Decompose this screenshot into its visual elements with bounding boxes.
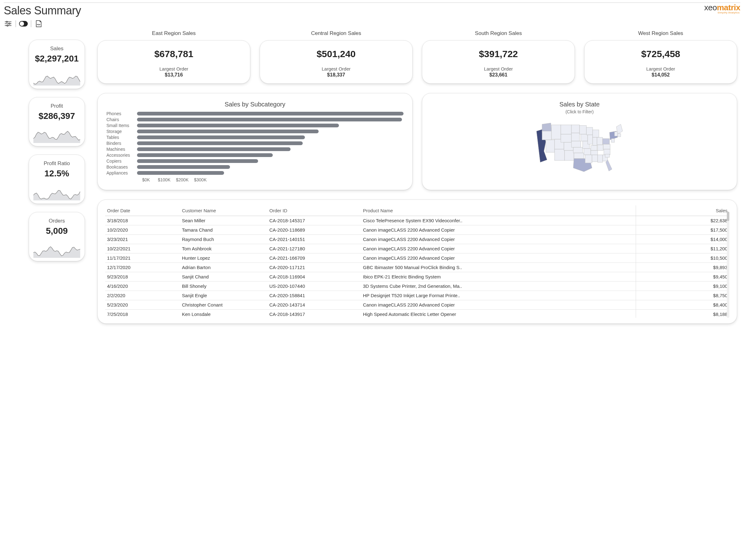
state-wv[interactable] [598,145,603,150]
th-order-id[interactable]: Order ID [267,206,361,216]
cell-sales: $9,450 [636,272,729,282]
cell-customer: Ken Lonsdale [180,310,267,318]
bar-row[interactable]: Appliances [106,171,404,176]
bar-row[interactable]: Bookcases [106,164,404,170]
chart-subtitle: (Click to Filter) [431,109,728,114]
table-row[interactable]: 11/17/2021 Hunter Lopez CA-2021-166709 C… [105,254,729,263]
state-or[interactable] [542,131,552,140]
kpi-card-sales[interactable]: Sales $2,297,201 [29,40,85,89]
sales-by-state-card[interactable]: Sales by State (Click to Filter) [422,93,737,190]
toolbar-separator [15,20,16,27]
region-row: East Region Sales $678,781 Largest Order… [97,30,737,84]
region-card[interactable]: $391,722 Largest Order $23,661 [422,40,575,84]
state-id[interactable] [552,125,561,139]
bar-row[interactable]: Binders [106,141,404,146]
bar-row[interactable]: Copiers [106,158,404,163]
usa-map[interactable] [431,117,728,178]
kpi-card-profit[interactable]: Profit $286,397 [29,97,85,146]
table-row[interactable]: 2/2/2020 Sanjit Engle CA-2020-158841 HP … [105,291,729,300]
table-row[interactable]: 10/2/2020 Tamara Chand CA-2020-118689 Ca… [105,225,729,235]
state-nc[interactable] [604,149,610,155]
region-card[interactable]: $678,781 Largest Order $13,716 [97,40,250,84]
region-card[interactable]: $501,240 Largest Order $18,337 [260,40,413,84]
state-ma[interactable] [618,134,621,137]
bar-row[interactable]: Accessories [106,153,404,158]
region-value: $678,781 [101,49,247,59]
state-wa[interactable] [542,123,552,133]
table-row[interactable]: 12/17/2020 Adrian Barton CA-2020-117121 … [105,263,729,272]
state-az[interactable] [555,149,564,160]
th-customer[interactable]: Customer Name [180,206,267,216]
state-ks[interactable] [573,147,583,153]
state-nv[interactable] [546,140,555,152]
region-sub-label: Largest Order [101,66,247,72]
bar-label: Appliances [106,171,135,176]
state-fl[interactable] [606,160,612,171]
table-row[interactable]: 3/23/2021 Raymond Buch CA-2021-140151 Ca… [105,235,729,244]
svg-point-1 [6,21,7,23]
table-row[interactable]: 3/18/2018 Sean Miller CA-2018-145317 Cis… [105,216,729,225]
state-mi[interactable] [593,130,599,137]
state-ms[interactable] [592,155,598,162]
table-row[interactable]: 5/23/2020 Christopher Conant CA-2020-143… [105,300,729,310]
state-vt[interactable] [615,132,618,136]
sales-by-subcategory-card[interactable]: Sales by Subcategory Phones Chairs Small… [97,93,413,190]
state-ar[interactable] [584,149,591,155]
cell-date: 9/23/2018 [105,272,180,282]
pdf-export-icon[interactable]: PDF [34,20,43,27]
state-pa[interactable] [603,139,609,144]
bar-row[interactable]: Machines [106,147,404,152]
state-wy[interactable] [561,134,571,142]
state-la[interactable] [585,155,592,163]
kpi-label: Profit Ratio [33,160,81,167]
bar-row[interactable]: Chairs [106,117,404,122]
logo: xeomatrix Simplify Analytics [704,3,740,14]
cell-order-id: CA-2020-158841 [267,291,361,300]
cell-sales: $22,638 [636,216,729,225]
state-wi[interactable] [586,127,593,135]
cell-sales: $10,500 [636,254,729,263]
cell-date: 2/2/2020 [105,291,180,300]
table-row[interactable]: 4/16/2020 Bill Shonely US-2020-107440 3D… [105,282,729,291]
kpi-label: Profit [33,103,81,109]
bar-row[interactable]: Phones [106,111,404,116]
logo-part2: matrix [717,3,740,12]
th-sales[interactable]: Sales [636,206,729,216]
bar-row[interactable]: Small Items [106,123,404,128]
state-mn[interactable] [580,125,586,134]
state-in[interactable] [593,137,597,145]
filter-icon[interactable] [4,20,12,27]
table-row[interactable]: 10/22/2021 Tom Ashbrook CA-2021-127180 C… [105,244,729,254]
state-ne[interactable] [571,141,581,147]
th-order-date[interactable]: Order Date [105,206,180,216]
state-sd[interactable] [571,133,580,141]
table-row[interactable]: 7/25/2018 Ken Lonsdale CA-2018-143917 Hi… [105,310,729,318]
table-scrollbar[interactable] [727,212,729,318]
state-va[interactable] [603,144,610,149]
state-ia[interactable] [581,134,588,141]
state-ky[interactable] [591,145,597,150]
region-card[interactable]: $725,458 Largest Order $14,052 [584,40,737,84]
state-mt[interactable] [561,125,571,134]
cell-sales: $8,400 [636,300,729,310]
kpi-card-orders[interactable]: Orders 5,009 [29,212,85,261]
bar-row[interactable]: Storage [106,129,404,134]
bar-row[interactable]: Tables [106,135,404,140]
cell-date: 12/17/2020 [105,263,180,272]
th-product[interactable]: Product Name [361,206,636,216]
state-al[interactable] [598,155,603,162]
state-il[interactable] [588,135,593,144]
theme-toggle[interactable] [19,20,28,27]
state-nj[interactable] [611,139,615,142]
state-nm[interactable] [564,150,574,160]
table-row[interactable]: 9/23/2018 Sanjit Chand CA-2018-116904 Ib… [105,272,729,282]
region-sub-value: $18,337 [263,72,409,78]
orders-table[interactable]: Order Date Customer Name Order ID Produc… [105,206,729,318]
state-oh[interactable] [597,137,603,145]
bar-label: Accessories [106,153,135,158]
kpi-card-profit-ratio[interactable]: Profit Ratio 12.5% [29,154,85,204]
state-ok[interactable] [574,153,584,158]
state-tn[interactable] [591,150,598,155]
state-nd[interactable] [571,125,580,133]
state-sc[interactable] [605,154,609,157]
